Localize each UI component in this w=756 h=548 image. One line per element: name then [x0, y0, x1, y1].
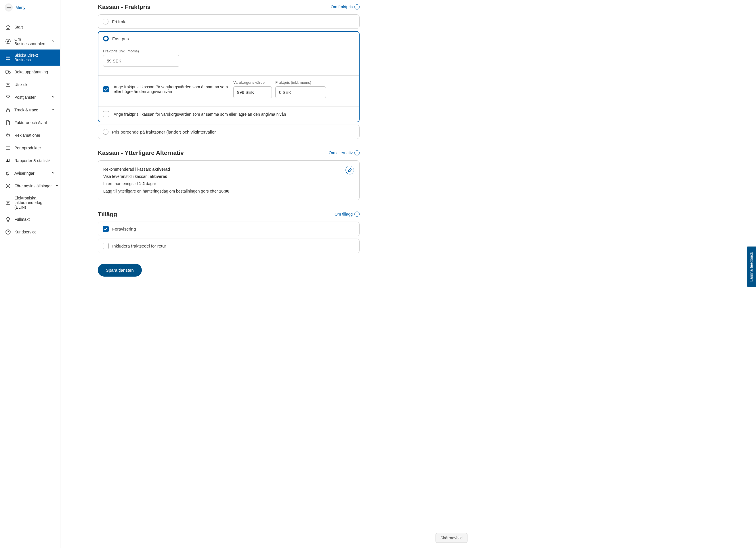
save-button[interactable]: Spara tjänsten — [98, 263, 142, 277]
sidebar-item-6[interactable]: Track & trace — [0, 104, 60, 116]
svg-point-8 — [7, 148, 7, 148]
feedback-tab[interactable]: Lämna feedback — [747, 247, 756, 287]
compass-icon — [5, 39, 11, 44]
chevron-down-icon — [55, 184, 59, 188]
fixed-price-input-group: Fraktpris (inkl. moms) — [98, 49, 359, 72]
handling-suffix: dagar — [145, 181, 156, 186]
svg-rect-1 — [6, 56, 10, 60]
svg-point-9 — [9, 148, 9, 148]
sidebar-item-1[interactable]: Om Businessportalen — [0, 33, 60, 49]
check-icon — [104, 88, 108, 91]
zones-option[interactable]: Pris beroende på fraktzoner (länder) och… — [98, 125, 360, 139]
extra-prefix: Lägg till ytterligare en hanteringsdag o… — [103, 189, 219, 193]
info-icon: i — [354, 4, 360, 9]
svg-rect-7 — [6, 147, 10, 150]
lower-threshold-row: Ange fraktpris i kassan för varukorgsvär… — [98, 106, 359, 122]
higher-threshold-checkbox[interactable] — [103, 86, 109, 92]
preadvice-label: Föravisering — [112, 226, 136, 231]
sidebar-item-label: Om Businessportalen — [14, 37, 48, 46]
sidebar-item-label: Elektroniska fakturaunderlag (ELIN) — [14, 196, 55, 209]
info-icon: i — [354, 211, 360, 217]
bars-icon — [5, 158, 11, 163]
home-icon — [5, 24, 11, 30]
fixed-price-row[interactable]: Fast pris — [98, 32, 359, 45]
main-content: Kassan - Fraktpris Om fraktpris i Fri fr… — [60, 0, 377, 548]
return-label: Inkludera fraktsedel för retur — [112, 243, 166, 248]
menu-label[interactable]: Meny — [16, 5, 25, 10]
check-icon — [104, 227, 108, 230]
sidebar: Meny Start Om Businessportalen Skicka Di… — [0, 0, 60, 548]
sidebar-item-label: Boka upphämtning — [14, 70, 48, 74]
sidebar-item-9[interactable]: Portoprodukter — [0, 142, 60, 154]
sidebar-item-label: Fullmakt — [14, 217, 30, 221]
sidebar-item-2[interactable]: Skicka Direkt Business — [0, 49, 60, 66]
cart-icon — [5, 145, 11, 151]
addons-info-link[interactable]: Om tillägg i — [335, 211, 360, 217]
svg-rect-6 — [7, 110, 9, 112]
sidebar-item-label: Portoprodukter — [14, 146, 41, 150]
lower-threshold-text: Ange fraktpris i kassan för varukorgsvär… — [114, 112, 354, 116]
sidebar-item-14[interactable]: Fullmakt — [0, 213, 60, 226]
sidebar-item-label: Fakturor och Avtal — [14, 120, 47, 125]
pencil-icon — [348, 168, 352, 172]
sidebar-item-3[interactable]: Boka upphämtning — [0, 66, 60, 78]
alternatives-info-text: Om alternativ — [329, 150, 353, 155]
svg-rect-4 — [6, 83, 10, 86]
alternatives-section-header: Kassan - Ytterligare Alternativ Om alter… — [98, 149, 360, 156]
sidebar-item-0[interactable]: Start — [0, 21, 60, 33]
delivery-value: aktiverad — [150, 174, 167, 179]
svg-point-10 — [7, 185, 9, 187]
preadvice-addon[interactable]: Föravisering — [98, 221, 360, 236]
extra-value: 16:00 — [219, 189, 229, 193]
alternatives-info-link[interactable]: Om alternativ i — [329, 150, 360, 155]
shipping-title: Kassan - Fraktpris — [98, 3, 150, 10]
sidebar-item-label: Företagsinställningar — [14, 184, 52, 188]
higher-threshold-fields: Varukorgens värde Fraktpris (inkl. moms) — [233, 80, 326, 98]
sidebar-item-7[interactable]: Fakturor och Avtal — [0, 116, 60, 129]
svg-point-0 — [6, 39, 10, 44]
lower-threshold-checkbox[interactable] — [103, 111, 109, 117]
higher-threshold-text: Ange fraktpris i kassan för varukorgsvär… — [114, 85, 229, 94]
hamburger-icon — [7, 6, 11, 9]
alternatives-card: Rekommenderad i kassan: aktiverad Visa l… — [98, 160, 360, 200]
sidebar-item-label: Reklamationer — [14, 133, 40, 137]
edit-alternatives-button[interactable] — [345, 166, 354, 174]
handling-value: 1-2 — [139, 181, 145, 186]
threshold-price-input[interactable] — [275, 86, 326, 98]
elin-icon — [5, 200, 11, 205]
fixed-price-input[interactable] — [103, 55, 179, 67]
return-checkbox[interactable] — [103, 243, 109, 249]
sidebar-item-11[interactable]: Aviseringar — [0, 167, 60, 179]
svg-point-3 — [9, 73, 10, 74]
sidebar-item-label: Start — [14, 25, 23, 29]
return-addon[interactable]: Inkludera fraktsedel för retur — [98, 238, 360, 253]
free-shipping-option[interactable]: Fri frakt — [98, 14, 360, 29]
sidebar-item-label: Aviseringar — [14, 171, 35, 175]
radio-icon — [103, 19, 108, 24]
recommended-prefix: Rekommenderad i kassan: — [103, 167, 152, 171]
sidebar-item-5[interactable]: Posttjänster — [0, 91, 60, 104]
sidebar-item-label: Kundservice — [14, 230, 37, 234]
document-icon — [5, 120, 11, 125]
cart-value-input[interactable] — [233, 86, 272, 98]
sidebar-item-8[interactable]: Reklamationer — [0, 129, 60, 142]
bulb-icon — [5, 216, 11, 222]
sidebar-item-10[interactable]: Rapporter & statistik — [0, 154, 60, 167]
shipping-info-link[interactable]: Om fraktpris i — [331, 4, 360, 9]
preadvice-checkbox[interactable] — [103, 226, 109, 232]
chevron-down-icon — [51, 95, 55, 100]
sidebar-item-15[interactable]: Kundservice — [0, 226, 60, 238]
menu-toggle-button[interactable] — [5, 3, 13, 12]
free-shipping-label: Fri frakt — [112, 19, 127, 24]
chevron-down-icon — [51, 108, 55, 112]
sidebar-item-12[interactable]: Företagsinställningar — [0, 179, 60, 192]
radio-icon-checked — [103, 36, 109, 41]
sidebar-item-label: Posttjänster — [14, 95, 36, 100]
svg-point-2 — [7, 73, 7, 74]
recommended-value: aktiverad — [152, 167, 170, 171]
sidebar-item-label: Rapporter & statistik — [14, 158, 51, 163]
sidebar-header: Meny — [0, 0, 60, 15]
sidebar-item-13[interactable]: Elektroniska fakturaunderlag (ELIN) — [0, 192, 60, 213]
fixed-price-option: Fast pris Fraktpris (inkl. moms) Ange fr… — [98, 31, 360, 122]
sidebar-item-4[interactable]: Utskick — [0, 78, 60, 91]
